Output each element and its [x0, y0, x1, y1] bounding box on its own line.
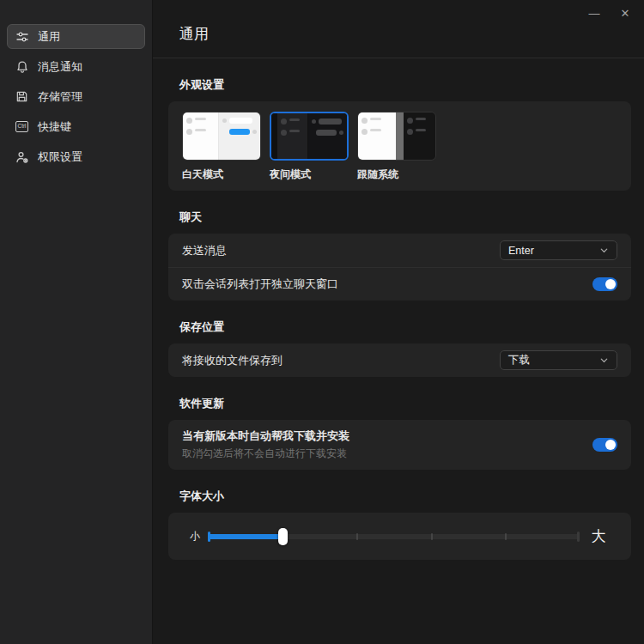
- section-font-label: 字体大小: [179, 489, 644, 504]
- user-gear-icon: [15, 149, 29, 164]
- chat-card: 发送消息 Enter 双击会话列表打开独立聊天窗口: [168, 234, 631, 301]
- sidebar-item-label: 存储管理: [38, 89, 82, 105]
- sidebar-item-notifications[interactable]: 消息通知: [7, 54, 145, 79]
- sidebar-item-general[interactable]: 通用: [7, 24, 145, 49]
- theme-thumbnail-day: [182, 112, 261, 161]
- section-appearance-label: 外观设置: [179, 77, 644, 93]
- theme-option-day[interactable]: 白天模式: [182, 112, 261, 182]
- settings-sidebar: 通用 消息通知 存储管理 Ctrl 快捷键: [0, 0, 153, 644]
- sidebar-item-label: 快捷键: [38, 119, 71, 135]
- theme-label-day: 白天模式: [182, 167, 261, 182]
- chevron-down-icon: [599, 246, 609, 255]
- window-controls: — ✕: [582, 3, 637, 22]
- save-card: 将接收的文件保存到 下载: [168, 343, 631, 377]
- sidebar-item-permissions[interactable]: 权限设置: [7, 144, 145, 169]
- sidebar-item-shortcuts[interactable]: Ctrl 快捷键: [7, 114, 145, 139]
- theme-option-system[interactable]: 跟随系统: [357, 112, 436, 182]
- auto-update-row: 当有新版本时自动帮我下载并安装 取消勾选后将不会自动进行下载安装: [168, 420, 631, 470]
- section-save-label: 保存位置: [179, 319, 644, 335]
- sidebar-item-label: 权限设置: [38, 149, 82, 165]
- section-chat-label: 聊天: [179, 210, 644, 225]
- title-divider: [153, 58, 644, 58]
- theme-options: 白天模式 夜间模式: [168, 101, 631, 191]
- send-message-row: 发送消息 Enter: [168, 234, 631, 267]
- close-button[interactable]: ✕: [613, 3, 637, 22]
- slider-thumb[interactable]: [278, 528, 288, 545]
- send-message-label: 发送消息: [182, 243, 227, 258]
- save-to-row: 将接收的文件保存到 下载: [168, 343, 631, 377]
- theme-option-night[interactable]: 夜间模式: [270, 112, 349, 182]
- font-size-slider-row: 小 大: [168, 513, 631, 560]
- auto-update-label: 当有新版本时自动帮我下载并安装: [182, 428, 349, 444]
- appearance-card: 白天模式 夜间模式: [168, 101, 631, 191]
- theme-label-night: 夜间模式: [270, 167, 349, 182]
- double-click-row: 双击会话列表打开独立聊天窗口: [168, 267, 631, 301]
- minimize-button[interactable]: —: [582, 3, 606, 22]
- update-card: 当有新版本时自动帮我下载并安装 取消勾选后将不会自动进行下载安装: [168, 420, 631, 470]
- send-message-value: Enter: [508, 245, 534, 257]
- bell-icon: [15, 59, 29, 74]
- save-to-label: 将接收的文件保存到: [182, 353, 283, 368]
- theme-thumbnail-night: [270, 112, 349, 161]
- font-size-min-label: 小: [182, 529, 208, 544]
- auto-update-toggle[interactable]: [592, 438, 617, 452]
- sidebar-item-label: 消息通知: [38, 59, 82, 75]
- page-title: 通用: [153, 0, 644, 58]
- ctrl-key-icon: Ctrl: [15, 119, 29, 134]
- auto-update-description: 取消勾选后将不会自动进行下载安装: [182, 447, 349, 461]
- font-size-card: 小 大: [168, 513, 631, 560]
- sliders-icon: [15, 29, 29, 44]
- save-to-dropdown[interactable]: 下载: [500, 350, 617, 370]
- double-click-toggle[interactable]: [592, 277, 617, 291]
- save-to-value: 下载: [508, 353, 530, 368]
- sidebar-item-storage[interactable]: 存储管理: [7, 84, 145, 109]
- theme-thumbnail-system: [357, 112, 436, 161]
- send-message-dropdown[interactable]: Enter: [500, 240, 617, 260]
- storage-icon: [15, 89, 29, 104]
- settings-main-panel: — ✕ 通用 外观设置 白天模式: [153, 0, 644, 644]
- section-update-label: 软件更新: [179, 396, 644, 411]
- theme-label-system: 跟随系统: [357, 167, 436, 182]
- slider-fill: [208, 534, 283, 539]
- font-size-max-label: 大: [580, 526, 617, 546]
- chevron-down-icon: [599, 355, 609, 365]
- sidebar-item-label: 通用: [38, 29, 60, 45]
- font-size-slider[interactable]: [208, 528, 580, 545]
- double-click-label: 双击会话列表打开独立聊天窗口: [182, 276, 338, 292]
